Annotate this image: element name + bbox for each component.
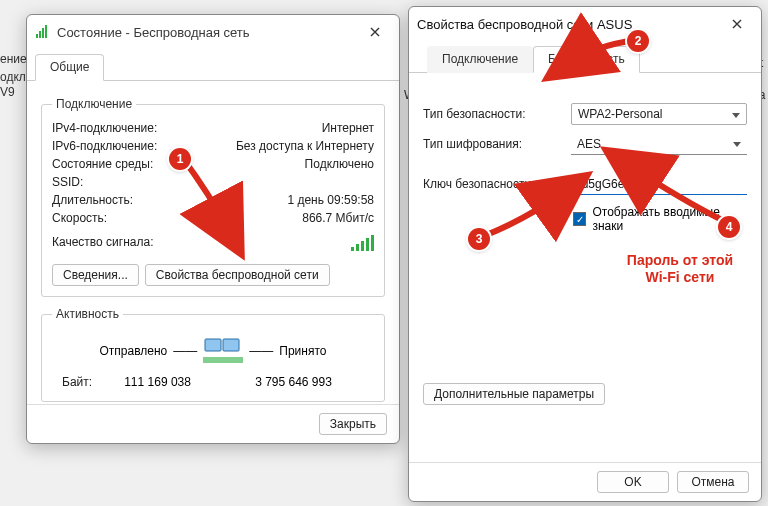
tab-security[interactable]: Безопасность [533, 46, 640, 73]
media-state-label: Состояние среды: [52, 157, 153, 171]
advanced-settings-button[interactable]: Дополнительные параметры [423, 383, 605, 405]
titlebar: Состояние - Беспроводная сеть [27, 15, 399, 49]
security-key-input[interactable]: Ld5gG6e3G3 [571, 173, 747, 195]
dialog-body: Подключение IPv4-подключение:Интернет IP… [27, 81, 399, 404]
properties-dialog: Свойства беспроводной сети ASUS Подключе… [408, 6, 762, 502]
close-button[interactable] [359, 21, 391, 43]
tab-connection[interactable]: Подключение [427, 46, 533, 73]
ipv6-label: IPv6-подключение: [52, 139, 157, 153]
ipv4-value: Интернет [322, 121, 374, 135]
media-state-value: Подключено [305, 157, 374, 171]
dash: —— [249, 344, 273, 358]
show-chars-label: Отображать вводимые знаки [592, 205, 747, 233]
svg-rect-1 [39, 31, 41, 38]
bg-text: V9 [0, 85, 15, 99]
security-type-label: Тип безопасности: [423, 107, 563, 121]
encryption-type-select[interactable]: AES [571, 133, 747, 155]
dialog-footer: OK Отмена [409, 462, 761, 501]
svg-rect-2 [42, 28, 44, 38]
security-type-value: WPA2-Personal [578, 107, 662, 121]
details-button[interactable]: Сведения... [52, 264, 139, 286]
bytes-label: Байт: [62, 375, 92, 389]
encryption-type-value: AES [577, 137, 601, 151]
bytes-sent: 111 169 038 [124, 375, 191, 389]
connection-legend: Подключение [52, 97, 136, 111]
speed-label: Скорость: [52, 211, 107, 225]
computers-icon [203, 335, 243, 367]
dash: —— [173, 344, 197, 358]
security-key-value: Ld5gG6e3G3 [575, 177, 647, 191]
signal-bars-icon [351, 235, 374, 254]
svg-rect-0 [36, 34, 38, 38]
encryption-type-label: Тип шифрования: [423, 137, 563, 151]
tab-general[interactable]: Общие [35, 54, 104, 81]
cancel-button[interactable]: Отмена [677, 471, 749, 493]
close-button[interactable] [721, 13, 753, 35]
tab-bar: Подключение Безопасность [409, 45, 761, 73]
connection-group: Подключение IPv4-подключение:Интернет IP… [41, 97, 385, 297]
ipv6-value: Без доступа к Интернету [236, 139, 374, 153]
dialog-footer: Закрыть [27, 404, 399, 443]
svg-rect-3 [45, 25, 47, 38]
recv-label: Принято [279, 344, 326, 358]
ssid-label: SSID: [52, 175, 83, 189]
signal-quality-label: Качество сигнала: [52, 235, 153, 254]
ok-button[interactable]: OK [597, 471, 669, 493]
dialog-title: Состояние - Беспроводная сеть [57, 25, 353, 40]
tab-bar: Общие [27, 53, 399, 81]
dialog-title: Свойства беспроводной сети ASUS [417, 17, 715, 32]
svg-rect-5 [223, 339, 239, 351]
titlebar: Свойства беспроводной сети ASUS [409, 7, 761, 41]
ipv4-label: IPv4-подключение: [52, 121, 157, 135]
security-key-label: Ключ безопасности сети [423, 177, 563, 191]
svg-rect-4 [205, 339, 221, 351]
activity-group: Активность Отправлено —— —— Принято Байт… [41, 307, 385, 402]
dialog-body: Тип безопасности: WPA2-Personal Тип шифр… [409, 73, 761, 462]
close-action-button[interactable]: Закрыть [319, 413, 387, 435]
security-type-select[interactable]: WPA2-Personal [571, 103, 747, 125]
wireless-properties-button[interactable]: Свойства беспроводной сети [145, 264, 330, 286]
sent-label: Отправлено [100, 344, 168, 358]
bytes-recv: 3 795 646 993 [255, 375, 332, 389]
duration-value: 1 день 09:59:58 [287, 193, 374, 207]
speed-value: 866.7 Мбит/с [302, 211, 374, 225]
svg-rect-6 [203, 357, 243, 363]
wifi-icon [35, 23, 51, 42]
duration-label: Длительность: [52, 193, 133, 207]
status-dialog: Состояние - Беспроводная сеть Общие Подк… [26, 14, 400, 444]
show-chars-checkbox[interactable]: ✓ [573, 212, 586, 226]
activity-legend: Активность [52, 307, 123, 321]
